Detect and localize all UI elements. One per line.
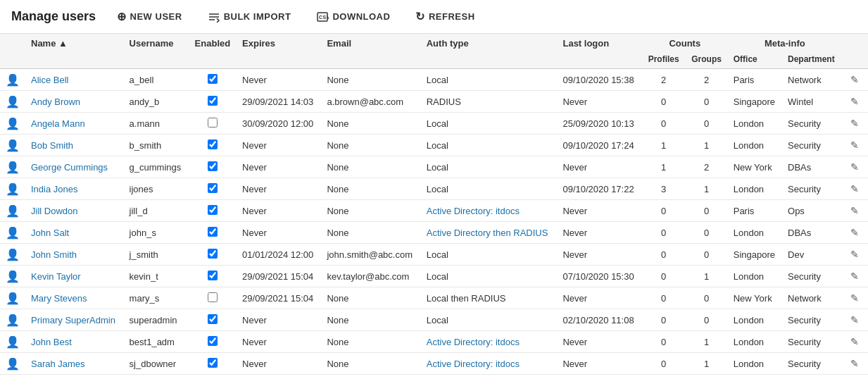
edit-button[interactable]: ✎ [848, 73, 862, 87]
auth-type-link[interactable]: Active Directory then RADIUS [427, 228, 548, 238]
user-name-link[interactable]: Alice Bell [31, 75, 68, 85]
user-name-cell[interactable]: Jill Dowdon [25, 200, 124, 222]
user-name-link[interactable]: Sarah James [31, 359, 85, 369]
edit-cell[interactable]: ✎ [842, 135, 868, 156]
edit-cell[interactable]: ✎ [842, 266, 868, 287]
auth-type-cell[interactable]: Active Directory: itdocs [421, 200, 558, 222]
edit-button[interactable]: ✎ [848, 204, 862, 218]
enabled-checkbox[interactable] [208, 96, 218, 106]
user-name-cell[interactable]: John Salt [25, 222, 124, 244]
edit-button[interactable]: ✎ [848, 269, 862, 283]
download-button[interactable]: csv DOWNLOAD [312, 8, 394, 25]
user-name-link[interactable]: John Salt [31, 228, 69, 238]
department-cell: Security [782, 331, 842, 353]
edit-cell[interactable]: ✎ [842, 113, 868, 135]
auth-type-link[interactable]: Active Directory: itdocs [427, 206, 520, 216]
enabled-cell[interactable] [189, 91, 237, 113]
edit-cell[interactable]: ✎ [842, 244, 868, 266]
edit-cell[interactable]: ✎ [842, 309, 868, 331]
enabled-checkbox[interactable] [208, 118, 218, 128]
auth-type-cell[interactable]: Active Directory: itdocs [421, 353, 558, 375]
user-name-cell[interactable]: John Best [25, 331, 124, 353]
enabled-cell[interactable] [189, 222, 237, 244]
enabled-cell[interactable] [189, 309, 237, 331]
edit-button[interactable]: ✎ [848, 116, 862, 130]
last-logon-cell: Never [557, 156, 641, 178]
user-name-link[interactable]: John Smith [31, 249, 77, 260]
enabled-cell[interactable] [189, 331, 237, 353]
auth-type-cell[interactable]: Active Directory: itdocs [421, 331, 558, 353]
user-name-link[interactable]: Bob Smith [31, 140, 73, 151]
user-name-link[interactable]: Kevin Taylor [31, 271, 81, 282]
edit-cell[interactable]: ✎ [842, 353, 868, 375]
enabled-checkbox[interactable] [208, 139, 218, 149]
department-cell: Security [782, 266, 842, 287]
edit-button[interactable]: ✎ [848, 247, 862, 261]
enabled-checkbox[interactable] [208, 271, 218, 280]
edit-button[interactable]: ✎ [848, 356, 862, 371]
user-name-cell[interactable]: Kevin Taylor [25, 266, 124, 287]
user-name-link[interactable]: Andy Brown [31, 97, 80, 107]
user-name-cell[interactable]: Angela Mann [25, 113, 124, 135]
user-name-cell[interactable]: Alice Bell [25, 69, 124, 91]
auth-type-link[interactable]: Active Directory: itdocs [427, 359, 520, 369]
bulk-import-button[interactable]: BULK IMPORT [203, 8, 296, 25]
user-name-link[interactable]: Primary SuperAdmin [31, 315, 115, 325]
edit-button[interactable]: ✎ [848, 313, 862, 327]
user-name-cell[interactable]: Mary Stevens [25, 287, 124, 309]
edit-button[interactable]: ✎ [848, 160, 862, 174]
enabled-checkbox[interactable] [208, 183, 218, 193]
user-name-cell[interactable]: John Smith [25, 244, 124, 266]
edit-cell[interactable]: ✎ [842, 331, 868, 353]
auth-type-link[interactable]: Active Directory: itdocs [427, 337, 520, 347]
edit-cell[interactable]: ✎ [842, 287, 868, 309]
user-name-link[interactable]: India Jones [31, 184, 78, 194]
user-name-cell[interactable]: George Cummings [25, 156, 124, 178]
enabled-cell[interactable] [189, 200, 237, 222]
enabled-cell[interactable] [189, 135, 237, 156]
enabled-checkbox[interactable] [208, 336, 218, 346]
user-name-link[interactable]: George Cummings [31, 162, 108, 173]
edit-cell[interactable]: ✎ [842, 222, 868, 244]
edit-cell[interactable]: ✎ [842, 91, 868, 113]
enabled-checkbox[interactable] [208, 292, 218, 302]
enabled-checkbox[interactable] [208, 227, 218, 237]
enabled-cell[interactable] [189, 287, 237, 309]
new-user-button[interactable]: ⊕ NEW USER [113, 7, 187, 26]
edit-button[interactable]: ✎ [848, 291, 862, 305]
enabled-checkbox[interactable] [208, 205, 218, 215]
enabled-checkbox[interactable] [208, 249, 218, 259]
auth-type-cell[interactable]: Active Directory then RADIUS [421, 222, 558, 244]
edit-cell[interactable]: ✎ [842, 200, 868, 222]
edit-cell[interactable]: ✎ [842, 178, 868, 200]
user-name-cell[interactable]: Bob Smith [25, 135, 124, 156]
edit-button[interactable]: ✎ [848, 138, 862, 152]
edit-button[interactable]: ✎ [848, 225, 862, 240]
enabled-checkbox[interactable] [208, 74, 218, 84]
enabled-checkbox[interactable] [208, 161, 218, 171]
enabled-cell[interactable] [189, 266, 237, 287]
edit-button[interactable]: ✎ [848, 335, 862, 349]
enabled-cell[interactable] [189, 353, 237, 375]
enabled-cell[interactable] [189, 178, 237, 200]
enabled-cell[interactable] [189, 69, 237, 91]
user-name-link[interactable]: Mary Stevens [31, 293, 87, 304]
user-icon-cell: 👤 [0, 156, 25, 178]
user-name-link[interactable]: Jill Dowdon [31, 206, 77, 216]
user-name-cell[interactable]: Sarah James [25, 353, 124, 375]
edit-cell[interactable]: ✎ [842, 69, 868, 91]
user-name-cell[interactable]: Andy Brown [25, 91, 124, 113]
user-name-cell[interactable]: India Jones [25, 178, 124, 200]
enabled-checkbox[interactable] [208, 358, 218, 368]
enabled-cell[interactable] [189, 113, 237, 135]
enabled-cell[interactable] [189, 244, 237, 266]
user-name-link[interactable]: John Best [31, 337, 72, 347]
enabled-checkbox[interactable] [208, 314, 218, 324]
edit-button[interactable]: ✎ [848, 182, 862, 196]
enabled-cell[interactable] [189, 156, 237, 178]
edit-button[interactable]: ✎ [848, 94, 862, 108]
edit-cell[interactable]: ✎ [842, 156, 868, 178]
user-name-cell[interactable]: Primary SuperAdmin [25, 309, 124, 331]
user-name-link[interactable]: Angela Mann [31, 118, 85, 129]
refresh-button[interactable]: ↻ REFRESH [411, 7, 479, 26]
